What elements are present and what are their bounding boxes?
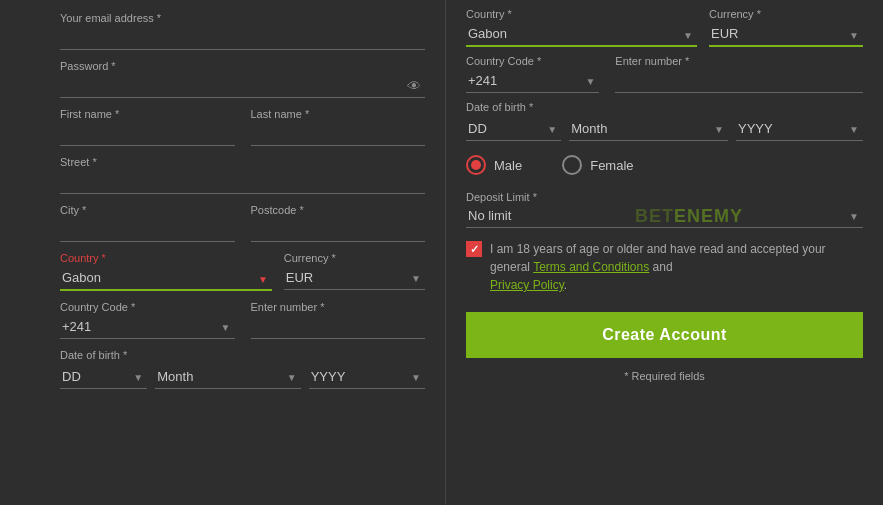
phone-field-group: Enter number * [251,301,426,339]
gender-group: Male Female [466,149,863,181]
country-label: Country * [60,252,272,264]
eye-icon[interactable]: 👁 [407,78,421,94]
terms-link1[interactable]: Terms and Conditions [533,260,649,274]
right-phone-field-group: Enter number * [615,55,863,93]
right-dob-selects: DD ▼ Month ▼ YYYY ▼ [466,117,863,141]
male-radio-circle[interactable] [466,155,486,175]
dob-label: Date of birth * [60,349,425,361]
right-currency-select[interactable]: EUR [709,22,863,47]
postcode-label: Postcode * [251,204,426,216]
dob-year-wrapper: YYYY ▼ [309,365,425,389]
right-currency-select-wrapper: EUR ▼ [709,22,863,47]
right-country-code-select[interactable]: +241 [466,69,599,93]
male-radio-inner [471,160,481,170]
firstname-input[interactable] [60,122,235,146]
country-code-select[interactable]: +241 [60,315,235,339]
right-dob-label: Date of birth * [466,101,863,113]
deposit-select[interactable]: No limit [466,204,863,228]
right-dob-group: Date of birth * DD ▼ Month ▼ YYYY [466,101,863,141]
city-label: City * [60,204,235,216]
right-country-code-label: Country Code * [466,55,599,67]
lastname-label: Last name * [251,108,426,120]
right-country-label: Country * [466,8,697,20]
phone-row: Country Code * +241 ▼ Enter number * [60,301,425,339]
currency-label: Currency * [284,252,425,264]
right-country-currency-row: Country * Gabon ▼ Currency * EUR ▼ [466,8,863,47]
country-select[interactable]: Gabon [60,266,272,291]
terms-row: I am 18 years of age or older and have r… [466,236,863,298]
terms-link2[interactable]: Privacy Policy [490,278,564,292]
required-note: * Required fields [466,370,863,382]
right-dob-day-select[interactable]: DD [466,117,561,141]
right-country-select-wrapper: Gabon ▼ [466,22,697,47]
country-code-label: Country Code * [60,301,235,313]
right-dob-month-select[interactable]: Month [569,117,728,141]
right-country-code-select-wrapper: +241 ▼ [466,69,599,93]
password-label: Password * [60,60,425,72]
street-input[interactable] [60,170,425,194]
lastname-input[interactable] [251,122,426,146]
city-input[interactable] [60,218,235,242]
street-field-group: Street * [60,156,425,194]
country-select-wrapper: Gabon ▼ [60,266,272,291]
country-field-group: Country * Gabon ▼ [60,252,272,291]
dob-month-select[interactable]: Month [155,365,300,389]
right-country-code-field-group: Country Code * +241 ▼ [466,55,599,93]
lastname-field-group: Last name * [251,108,426,146]
male-label: Male [494,158,522,173]
country-code-field-group: Country Code * +241 ▼ [60,301,235,339]
currency-field-group: Currency * EUR ▼ [284,252,425,291]
phone-label: Enter number * [251,301,426,313]
street-label: Street * [60,156,425,168]
dob-selects: DD ▼ Month ▼ YYYY ▼ [60,365,425,389]
phone-input[interactable] [251,315,426,339]
deposit-label: Deposit Limit * [466,191,537,203]
create-account-button[interactable]: Create Account [466,312,863,358]
city-field-group: City * [60,204,235,242]
dob-day-select[interactable]: DD [60,365,147,389]
right-dob-year-wrapper: YYYY ▼ [736,117,863,141]
email-label: Your email address * [60,12,425,24]
terms-checkbox[interactable] [466,241,482,257]
dob-group: Date of birth * DD ▼ Month ▼ YYYY [60,349,425,389]
right-dob-month-wrapper: Month ▼ [569,117,728,141]
right-phone-row: Country Code * +241 ▼ Enter number * [466,55,863,93]
right-phone-label: Enter number * [615,55,863,67]
right-country-field-group: Country * Gabon ▼ [466,8,697,47]
right-dob-year-select[interactable]: YYYY [736,117,863,141]
female-radio-circle[interactable] [562,155,582,175]
terms-text3: . [564,278,567,292]
deposit-field-group: Deposit Limit * No limit BETENEMY ▼ [466,189,863,228]
right-country-select[interactable]: Gabon [466,22,697,47]
dob-year-select[interactable]: YYYY [309,365,425,389]
currency-select[interactable]: EUR [284,266,425,290]
postcode-input[interactable] [251,218,426,242]
right-dob-day-wrapper: DD ▼ [466,117,561,141]
firstname-label: First name * [60,108,235,120]
email-input[interactable] [60,26,425,50]
email-field-group: Your email address * [60,12,425,50]
terms-text: I am 18 years of age or older and have r… [490,240,863,294]
name-row: First name * Last name * [60,108,425,146]
deposit-select-wrapper: No limit BETENEMY ▼ [466,204,863,228]
city-row: City * Postcode * [60,204,425,242]
dob-month-wrapper: Month ▼ [155,365,300,389]
female-option[interactable]: Female [562,155,633,175]
terms-text2: and [649,260,672,274]
dob-day-wrapper: DD ▼ [60,365,147,389]
right-phone-input[interactable] [615,69,863,93]
country-code-select-wrapper: +241 ▼ [60,315,235,339]
firstname-field-group: First name * [60,108,235,146]
postcode-field-group: Postcode * [251,204,426,242]
right-currency-label: Currency * [709,8,863,20]
currency-select-wrapper: EUR ▼ [284,266,425,290]
female-label: Female [590,158,633,173]
password-input[interactable] [60,74,425,98]
password-field-group: Password * 👁 [60,60,425,98]
male-option[interactable]: Male [466,155,522,175]
right-currency-field-group: Currency * EUR ▼ [709,8,863,47]
country-currency-row: Country * Gabon ▼ Currency * EUR ▼ [60,252,425,291]
